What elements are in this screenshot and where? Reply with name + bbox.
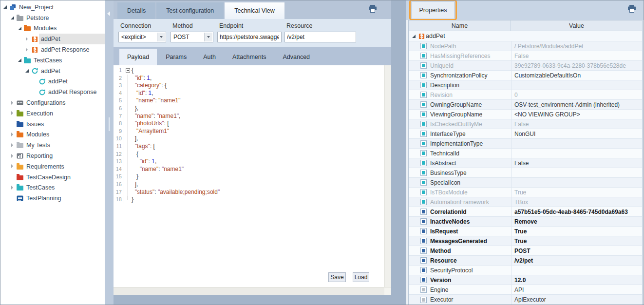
expander-icon[interactable] xyxy=(17,26,22,31)
save-button[interactable]: Save xyxy=(328,272,346,282)
method-select[interactable]: POST xyxy=(170,32,213,42)
property-row-revision[interactable]: Revision0 xyxy=(409,90,642,100)
chevron-down-icon[interactable] xyxy=(204,33,212,41)
tree-item-testplanning[interactable]: TestPlanning xyxy=(0,193,105,204)
property-row-inactivenodes[interactable]: InactiveNodesRemove xyxy=(409,217,642,227)
property-row-isrequest[interactable]: IsRequestTrue xyxy=(409,227,642,236)
property-value[interactable]: API xyxy=(511,285,642,294)
property-value[interactable]: /v2/pet xyxy=(511,256,642,265)
tree-item-modules[interactable]: Modules xyxy=(0,23,105,34)
expander-icon[interactable] xyxy=(24,47,30,53)
property-value[interactable]: True xyxy=(511,236,642,246)
property-row-automationframework[interactable]: AutomationFrameworkTBox xyxy=(409,197,642,207)
property-value[interactable] xyxy=(511,149,642,158)
property-value[interactable]: False xyxy=(511,51,642,60)
column-header-value[interactable]: Value xyxy=(511,20,642,31)
property-row-specialicon[interactable]: SpecialIcon xyxy=(409,178,642,188)
tree-item-addpet[interactable]: addPet xyxy=(0,76,105,87)
tree-item-petstore[interactable]: Petstore xyxy=(0,13,105,23)
property-value[interactable]: 0 xyxy=(511,90,642,99)
property-row-owninggroupname[interactable]: OwningGroupNameOSV-test_environment-Admi… xyxy=(409,100,642,110)
property-row-method[interactable]: MethodPOST xyxy=(409,246,642,256)
editor-vertical-scrollbar[interactable] xyxy=(384,65,391,287)
expander-icon[interactable] xyxy=(24,68,30,74)
property-value[interactable] xyxy=(511,178,642,187)
tab-technical-view[interactable]: Technical View xyxy=(225,2,284,19)
expander-icon[interactable] xyxy=(24,37,30,42)
property-row-implementationtype[interactable]: ImplementationType xyxy=(409,139,642,149)
editor-horizontal-scrollbar[interactable] xyxy=(114,287,391,295)
property-row-viewinggroupname[interactable]: ViewingGroupName<NO VIEWING GROUP> xyxy=(409,110,642,119)
property-row-resource[interactable]: Resource/v2/pet xyxy=(409,256,642,266)
property-value[interactable]: 39e92789-0633-9c4a-2280-378b56e528de xyxy=(511,61,642,70)
property-value[interactable]: a57b51e5-05dc-4eab-8465-745d0da69a63 xyxy=(511,207,642,216)
property-row-engine[interactable]: EngineAPI xyxy=(409,285,642,295)
tab-params[interactable]: Params xyxy=(158,49,194,65)
property-row-hasmissingreferences[interactable]: HasMissingReferencesFalse xyxy=(409,51,642,61)
payload-editor[interactable]: 1{2 "id": 1,3 "category": {4 "id": 1,5 "… xyxy=(114,65,384,287)
property-value[interactable]: POST xyxy=(511,246,642,255)
property-row-synchronizationpolicy[interactable]: SynchronizationPolicyCustomizableDefault… xyxy=(409,71,642,80)
tab-payload[interactable]: Payload xyxy=(119,49,157,65)
tree-item-modules[interactable]: Modules xyxy=(0,130,105,140)
collapse-region-icon[interactable] xyxy=(126,68,130,73)
resource-input[interactable] xyxy=(284,32,356,42)
tree-item-addpet[interactable]: addPet xyxy=(0,66,105,76)
property-value[interactable] xyxy=(511,168,642,177)
tab-auth[interactable]: Auth xyxy=(195,49,224,65)
property-value[interactable]: NonGUI xyxy=(511,129,642,138)
property-row-interfacetype[interactable]: InterfaceTypeNonGUI xyxy=(409,129,642,139)
property-value[interactable]: / Petstore/Modules/addPet xyxy=(511,41,642,51)
expander-icon[interactable] xyxy=(2,4,8,10)
property-value[interactable] xyxy=(511,266,642,275)
expander-icon[interactable] xyxy=(10,111,15,116)
tab-properties[interactable]: Properties xyxy=(412,2,454,19)
property-row-executor[interactable]: ExecutorApiExecutor xyxy=(409,295,642,305)
property-row-correlationid[interactable]: CorrelationIda57b51e5-05dc-4eab-8465-745… xyxy=(409,207,642,217)
property-value[interactable]: False xyxy=(511,158,642,168)
property-value[interactable]: ApiExecutor xyxy=(511,295,642,305)
left-splitter[interactable] xyxy=(105,0,114,305)
expander-icon[interactable] xyxy=(10,132,15,137)
expander-icon[interactable] xyxy=(10,143,15,148)
property-value[interactable]: False xyxy=(511,119,642,129)
property-value[interactable] xyxy=(511,80,642,90)
tree-item-configurations[interactable]: Configurations xyxy=(0,97,105,108)
tab-test-configuration[interactable]: Test configuration xyxy=(156,2,224,19)
tree-item-issues[interactable]: Issues xyxy=(0,119,105,130)
endpoint-input[interactable] xyxy=(217,32,282,42)
property-row-version[interactable]: Version12.0 xyxy=(409,275,642,285)
expander-icon[interactable] xyxy=(17,57,22,63)
property-row-ischeckedoutbyme[interactable]: IsCheckedOutByMeFalse xyxy=(409,119,642,129)
print-icon[interactable] xyxy=(368,5,378,15)
tree-item-requirements[interactable]: Requirements xyxy=(0,161,105,172)
chevron-down-icon[interactable] xyxy=(157,33,165,41)
connection-select[interactable]: <explicit> xyxy=(118,32,166,42)
tree-item-testcases[interactable]: TestCases xyxy=(0,55,105,66)
property-row-securityprotocol[interactable]: SecurityProtocol xyxy=(409,266,642,275)
tree-item-testcasedesign[interactable]: TestCaseDesign xyxy=(0,172,105,183)
property-value[interactable]: <NO VIEWING GROUP> xyxy=(511,110,642,119)
tree-item-reporting[interactable]: Reporting xyxy=(0,151,105,161)
tree-item-my-tests[interactable]: My Tests xyxy=(0,140,105,151)
tree-item-testcases[interactable]: TestCases xyxy=(0,183,105,193)
property-value[interactable]: 12.0 xyxy=(511,275,642,285)
property-row-uniqueid[interactable]: UniqueId39e92789-0633-9c4a-2280-378b56e5… xyxy=(409,61,642,71)
expander-icon[interactable] xyxy=(10,153,15,159)
property-value[interactable]: TBox xyxy=(511,197,642,207)
collapse-left-icon[interactable] xyxy=(107,11,110,16)
properties-root-row[interactable]: addPet xyxy=(409,31,642,41)
property-row-description[interactable]: Description xyxy=(409,80,642,90)
property-row-messagesgenerated[interactable]: MessagesGeneratedTrue xyxy=(409,236,642,246)
property-row-isabstract[interactable]: IsAbstractFalse xyxy=(409,158,642,168)
property-row-businesstype[interactable]: BusinessType xyxy=(409,168,642,178)
property-value[interactable]: True xyxy=(511,188,642,197)
property-value[interactable]: OSV-test_environment-Admin (inherited) xyxy=(511,100,642,109)
tree-item-addpet[interactable]: addPet xyxy=(0,34,105,44)
tree-item-addpet-response[interactable]: addPet Response xyxy=(0,87,105,97)
print-icon[interactable] xyxy=(627,5,637,15)
property-row-technicalid[interactable]: TechnicalId xyxy=(409,149,642,158)
expander-icon[interactable] xyxy=(10,100,15,106)
tree-item-execution[interactable]: Execution xyxy=(0,108,105,119)
tree-item-addpet-response[interactable]: addPet Response xyxy=(0,44,105,55)
